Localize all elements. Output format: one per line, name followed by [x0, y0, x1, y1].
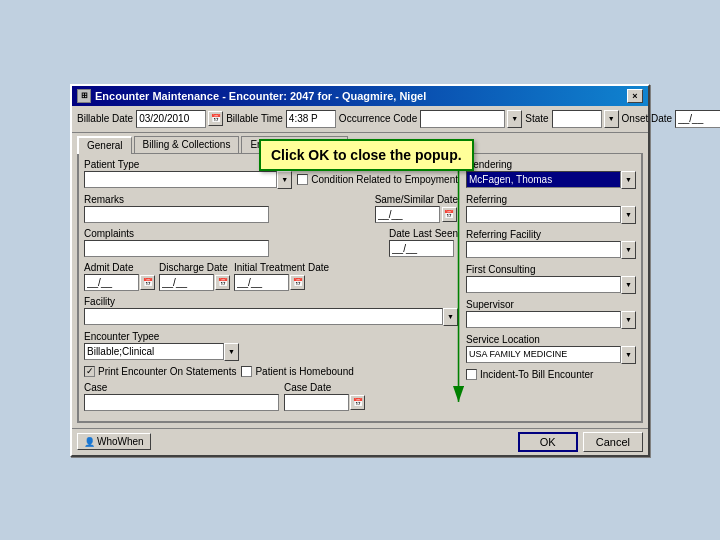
remarks-row: Remarks Same/Similar Date 📅: [84, 194, 458, 223]
rendering-group: Rendering ▼: [466, 159, 636, 189]
service-location-label: Service Location: [466, 334, 636, 345]
who-when-label: WhoWhen: [97, 436, 144, 447]
right-column: Rendering ▼ Referring ▼ Referr: [466, 159, 636, 416]
rendering-label: Rendering: [466, 159, 636, 170]
billable-date-label: Billable Date: [77, 113, 133, 124]
incident-bill-checkbox[interactable]: [466, 369, 477, 380]
onset-date-input[interactable]: [675, 110, 720, 128]
onset-date-group: 📅: [675, 110, 720, 128]
state-label: State: [525, 113, 548, 124]
facility-row: Facility ▼: [84, 296, 458, 326]
patient-homebound-checkbox-label: Patient is Homebound: [241, 366, 353, 377]
complaints-row: Complaints Date Last Seen: [84, 228, 458, 257]
action-buttons: OK Cancel: [518, 432, 643, 452]
service-location-dropdown[interactable]: ▼: [621, 346, 636, 364]
encounter-type-row: Encounter Typee ▼: [84, 331, 458, 361]
toolbar: Billable Date 📅 Billable Time Occurrence…: [72, 106, 648, 133]
referring-facility-label: Referring Facility: [466, 229, 636, 240]
left-column: Patient Type ▼ Condition Related to Empo…: [84, 159, 458, 416]
encounter-type-combo: ▼: [84, 343, 239, 361]
case-date-input[interactable]: [284, 394, 349, 411]
initial-treatment-calendar[interactable]: 📅: [290, 275, 305, 290]
case-date-label: Case Date: [284, 382, 365, 393]
billable-date-input[interactable]: [136, 110, 206, 128]
admit-date-input[interactable]: [84, 274, 139, 291]
rendering-dropdown[interactable]: ▼: [621, 171, 636, 189]
billable-time-input[interactable]: [286, 110, 336, 128]
facility-label: Facility: [84, 296, 458, 307]
print-encounter-label: Print Encounter On Statements: [98, 366, 236, 377]
title-bar: ⊞ Encounter Maintenance - Encounter: 204…: [72, 86, 648, 106]
referring-dropdown[interactable]: ▼: [621, 206, 636, 224]
occurrence-code-input[interactable]: [420, 110, 505, 128]
print-encounter-checkbox-label: ✓ Print Encounter On Statements: [84, 366, 236, 377]
state-input[interactable]: [552, 110, 602, 128]
first-consulting-group: First Consulting ▼: [466, 264, 636, 294]
bottom-bar: 👤 WhoWhen OK Cancel: [72, 428, 648, 455]
admit-date-calendar[interactable]: 📅: [140, 275, 155, 290]
date-last-seen-input[interactable]: [389, 240, 454, 257]
referring-facility-dropdown[interactable]: ▼: [621, 241, 636, 259]
tab-billing[interactable]: Billing & Collections: [134, 136, 240, 153]
first-consulting-input[interactable]: [466, 276, 621, 293]
patient-type-input[interactable]: [84, 171, 277, 188]
checkboxes-row: ✓ Print Encounter On Statements Patient …: [84, 366, 458, 377]
same-similar-label: Same/Similar Date: [375, 194, 458, 205]
complaints-input[interactable]: [84, 240, 269, 257]
supervisor-dropdown[interactable]: ▼: [621, 311, 636, 329]
case-date-calendar[interactable]: 📅: [350, 395, 365, 410]
facility-input[interactable]: [84, 308, 443, 325]
billable-time-label: Billable Time: [226, 113, 283, 124]
tab-general[interactable]: General: [77, 136, 132, 154]
initial-treatment-label: Initial Treatment Date: [234, 262, 329, 273]
discharge-date-input[interactable]: [159, 274, 214, 291]
first-consulting-label: First Consulting: [466, 264, 636, 275]
supervisor-label: Supervisor: [466, 299, 636, 310]
referring-input[interactable]: [466, 206, 621, 223]
case-label: Case: [84, 382, 279, 393]
dates-row: Admit Date 📅 Discharge Date 📅: [84, 262, 458, 291]
who-when-button[interactable]: 👤 WhoWhen: [77, 433, 151, 450]
initial-treatment-input[interactable]: [234, 274, 289, 291]
billable-date-group: 📅: [136, 110, 223, 128]
main-window: ⊞ Encounter Maintenance - Encounter: 204…: [70, 84, 650, 457]
print-encounter-checkbox[interactable]: ✓: [84, 366, 95, 377]
admit-date-label: Admit Date: [84, 262, 155, 273]
patient-type-combo: ▼: [84, 171, 292, 189]
discharge-date-calendar[interactable]: 📅: [215, 275, 230, 290]
first-consulting-dropdown[interactable]: ▼: [621, 276, 636, 294]
billable-date-calendar[interactable]: 📅: [208, 111, 223, 126]
case-input[interactable]: [84, 394, 279, 411]
encounter-type-input[interactable]: [84, 343, 224, 360]
occurrence-code-dropdown[interactable]: ▼: [507, 110, 522, 128]
window-icon: ⊞: [77, 89, 91, 103]
close-button[interactable]: ×: [627, 89, 643, 103]
rendering-input[interactable]: [466, 171, 621, 188]
state-group: ▼: [552, 110, 619, 128]
service-location-input[interactable]: [466, 346, 621, 363]
same-similar-calendar[interactable]: 📅: [442, 207, 457, 222]
remarks-input[interactable]: [84, 206, 269, 223]
referring-facility-group: Referring Facility ▼: [466, 229, 636, 259]
facility-dropdown[interactable]: ▼: [443, 308, 458, 326]
condition-related-label: Condition Related to Empoyment: [311, 174, 458, 185]
tooltip-text: Click OK to close the popup.: [271, 147, 462, 163]
supervisor-input[interactable]: [466, 311, 621, 328]
window-title: Encounter Maintenance - Encounter: 2047 …: [95, 90, 426, 102]
ok-button[interactable]: OK: [518, 432, 578, 452]
complaints-label: Complaints: [84, 228, 384, 239]
state-dropdown[interactable]: ▼: [604, 110, 619, 128]
date-last-seen-label: Date Last Seen: [389, 228, 458, 239]
incident-bill-label: Incident-To Bill Encounter: [480, 369, 593, 380]
same-similar-input[interactable]: [375, 206, 440, 223]
facility-combo: ▼: [84, 308, 458, 326]
patient-homebound-checkbox[interactable]: [241, 366, 252, 377]
cancel-button[interactable]: Cancel: [583, 432, 643, 452]
onset-date-label: Onset Date: [622, 113, 673, 124]
service-location-group: Service Location ▼: [466, 334, 636, 364]
condition-related-checkbox[interactable]: [297, 174, 308, 185]
referring-group: Referring ▼: [466, 194, 636, 224]
encounter-type-dropdown[interactable]: ▼: [224, 343, 239, 361]
patient-type-dropdown[interactable]: ▼: [277, 171, 292, 189]
referring-facility-input[interactable]: [466, 241, 621, 258]
